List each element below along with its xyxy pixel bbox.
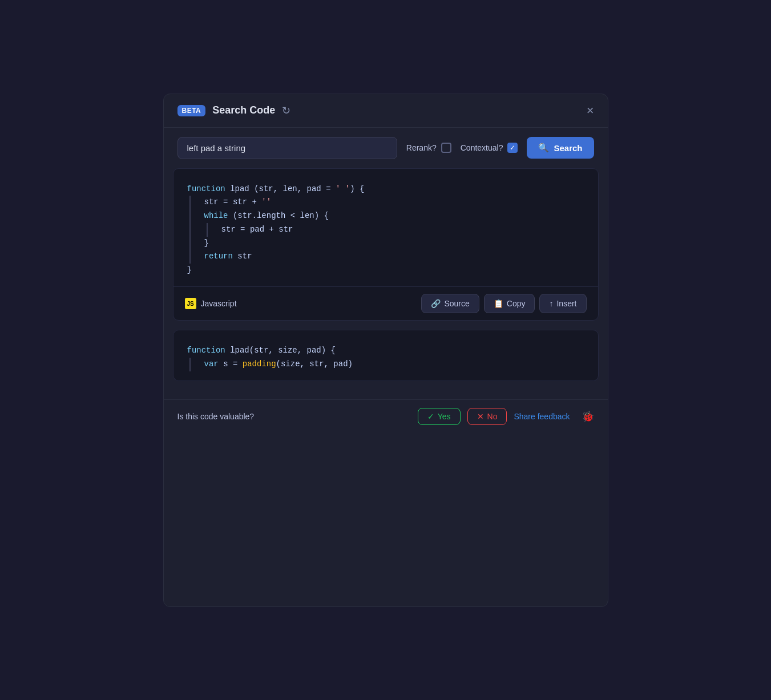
search-input[interactable]: [177, 137, 397, 159]
rerank-label: Rerank?: [406, 143, 437, 152]
share-feedback-link[interactable]: Share feedback: [514, 412, 570, 421]
no-label: No: [487, 412, 498, 421]
insert-button[interactable]: ↑ Insert: [539, 294, 586, 313]
beta-badge: BETA: [177, 105, 206, 116]
header-left: BETA Search Code ↻: [177, 104, 291, 117]
modal-footer: Is this code valuable? ✓ Yes ✕ No Share …: [164, 399, 608, 433]
insert-icon: ↑: [549, 299, 553, 308]
code-card-1: function lpad (str, len, pad = ' ') { st…: [173, 168, 599, 321]
search-button[interactable]: 🔍 Search: [527, 137, 594, 159]
code-block-2: function lpad(str, size, pad) { var s = …: [173, 330, 598, 381]
code-line: var s = padding(size, str, pad): [204, 358, 584, 371]
language-badge: JS Javascript: [185, 298, 237, 309]
no-button[interactable]: ✕ No: [467, 408, 507, 425]
copy-button[interactable]: 📋 Copy: [484, 294, 535, 313]
contextual-group: Contextual? ✓: [461, 143, 518, 153]
copy-icon: 📋: [494, 299, 503, 308]
source-label: Source: [444, 299, 469, 308]
contextual-label: Contextual?: [461, 143, 503, 152]
code-line: }: [187, 264, 584, 277]
search-code-modal: BETA Search Code ↻ × Rerank? Contextual?…: [163, 94, 608, 607]
results-area: function lpad (str, len, pad = ' ') { st…: [164, 168, 608, 399]
yes-label: Yes: [438, 412, 451, 421]
code-line: return str: [204, 250, 584, 264]
yes-button[interactable]: ✓ Yes: [418, 408, 461, 425]
code-footer-1: JS Javascript 🔗 Source 📋 Copy ↑ Insert: [173, 286, 598, 320]
code-block-1: function lpad (str, len, pad = ' ') { st…: [173, 169, 598, 287]
rerank-group: Rerank?: [406, 143, 451, 153]
rerank-checkbox[interactable]: [441, 143, 451, 153]
language-label: Javascript: [201, 299, 237, 308]
code-line: function lpad (str, len, pad = ' ') {: [187, 183, 584, 196]
code-line: function lpad(str, size, pad) {: [187, 344, 584, 358]
close-icon[interactable]: ×: [587, 104, 594, 117]
modal-header: BETA Search Code ↻ ×: [164, 94, 608, 128]
js-icon: JS: [185, 298, 196, 309]
insert-label: Insert: [556, 299, 576, 308]
code-line: while (str.length < len) {: [204, 209, 584, 223]
search-input-wrapper: [177, 137, 397, 159]
code-card-2: function lpad(str, size, pad) { var s = …: [173, 330, 599, 381]
footer-actions: ✓ Yes ✕ No Share feedback 🐞: [418, 408, 594, 425]
bug-icon[interactable]: 🐞: [582, 410, 594, 423]
code-line: }: [204, 237, 584, 250]
refresh-icon[interactable]: ↻: [282, 104, 290, 117]
no-x-icon: ✕: [477, 412, 484, 421]
modal-title: Search Code: [212, 104, 275, 116]
code-line: str = pad + str: [221, 223, 584, 237]
code-actions-1: 🔗 Source 📋 Copy ↑ Insert: [421, 294, 586, 313]
yes-check-icon: ✓: [427, 412, 434, 421]
search-icon: 🔍: [538, 143, 549, 153]
contextual-checkbox[interactable]: ✓: [507, 143, 518, 153]
source-icon: 🔗: [431, 299, 441, 308]
search-label: Search: [554, 143, 582, 153]
source-button[interactable]: 🔗 Source: [421, 294, 479, 313]
copy-label: Copy: [507, 299, 526, 308]
footer-question: Is this code valuable?: [177, 412, 255, 421]
code-line: str = str + '': [204, 196, 584, 209]
search-bar: Rerank? Contextual? ✓ 🔍 Search: [164, 128, 608, 168]
